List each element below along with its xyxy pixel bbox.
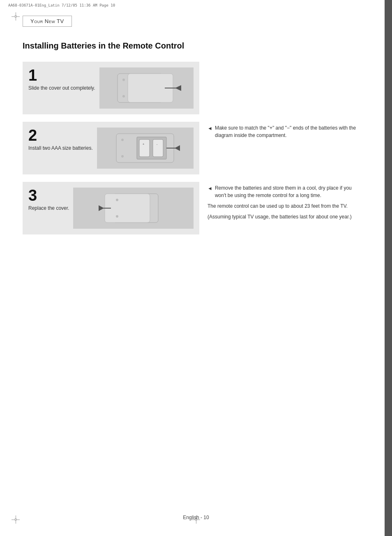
step-3-note-text: Remove the batteries and store them in a… bbox=[215, 184, 359, 199]
step-1-illustration bbox=[99, 67, 194, 109]
step-2-number: 2 bbox=[28, 128, 93, 143]
file-path: AA68-03671A-01Eng_Latin 7/12/05 11:36 AM… bbox=[8, 3, 115, 7]
step-3-row: 3 Replace the cover. bbox=[23, 182, 359, 234]
svg-text:-: - bbox=[157, 142, 158, 146]
steps-container: 1 Slide the cover out completely. bbox=[23, 62, 359, 242]
svg-point-19 bbox=[116, 215, 118, 218]
step-3-text: 3 Replace the cover. bbox=[28, 188, 69, 212]
step-2-row: 2 Install two AAA size batteries. + - bbox=[23, 122, 359, 174]
header-title: Your New TV bbox=[30, 18, 64, 24]
step-1-svg bbox=[105, 70, 187, 107]
crosshair-top-left bbox=[12, 12, 20, 21]
right-bar-accent bbox=[385, 0, 392, 536]
svg-rect-17 bbox=[105, 194, 150, 223]
step-1-row: 1 Slide the cover out completely. bbox=[23, 62, 359, 114]
step-1-note bbox=[199, 62, 359, 64]
step-2-arrow-icon: ◄ bbox=[208, 125, 212, 132]
footer-text: English - 10 bbox=[183, 515, 209, 520]
header-box: Your New TV bbox=[23, 16, 72, 27]
svg-point-3 bbox=[122, 95, 125, 97]
step-3-note: ◄ Remove the batteries and store them in… bbox=[199, 182, 359, 224]
step-2-note-text: Make sure to match the "+" and "−" ends … bbox=[215, 124, 359, 139]
svg-point-18 bbox=[116, 199, 118, 201]
svg-rect-8 bbox=[139, 139, 150, 157]
step-3-desc: Replace the cover. bbox=[28, 205, 69, 212]
step-3-number: 3 bbox=[28, 188, 69, 203]
step-2-svg: + - bbox=[104, 130, 186, 167]
svg-text:+: + bbox=[143, 142, 145, 146]
step-3-bullet: ◄ Remove the batteries and store them in… bbox=[208, 184, 359, 199]
step-3-para1: The remote control can be used up to abo… bbox=[208, 202, 359, 210]
page-title: Installing Batteries in the Remote Contr… bbox=[23, 41, 359, 51]
step-2-left: 2 Install two AAA size batteries. + - bbox=[23, 122, 199, 174]
step-3-para2: (Assuming typical TV usage, the batterie… bbox=[208, 213, 359, 220]
step-2-note: ◄ Make sure to match the "+" and "−" end… bbox=[199, 122, 359, 142]
step-1-text: 1 Slide the cover out completely. bbox=[28, 67, 95, 92]
step-1-number: 1 bbox=[28, 67, 95, 83]
footer: English - 10 bbox=[0, 515, 392, 520]
step-3-illustration bbox=[73, 188, 194, 229]
step-1-desc: Slide the cover out completely. bbox=[28, 85, 95, 92]
step-2-text: 2 Install two AAA size batteries. bbox=[28, 128, 93, 152]
svg-point-2 bbox=[122, 79, 125, 81]
svg-point-12 bbox=[121, 139, 124, 141]
step-2-desc: Install two AAA size batteries. bbox=[28, 145, 93, 152]
step-3-arrow-icon: ◄ bbox=[208, 185, 212, 192]
step-1-left: 1 Slide the cover out completely. bbox=[23, 62, 199, 114]
svg-rect-9 bbox=[153, 139, 163, 157]
step-3-svg bbox=[92, 190, 175, 227]
step-2-bullet: ◄ Make sure to match the "+" and "−" end… bbox=[208, 124, 359, 139]
svg-point-13 bbox=[121, 155, 124, 158]
step-2-illustration: + - bbox=[97, 128, 194, 169]
step-3-left: 3 Replace the cover. bbox=[23, 182, 199, 234]
